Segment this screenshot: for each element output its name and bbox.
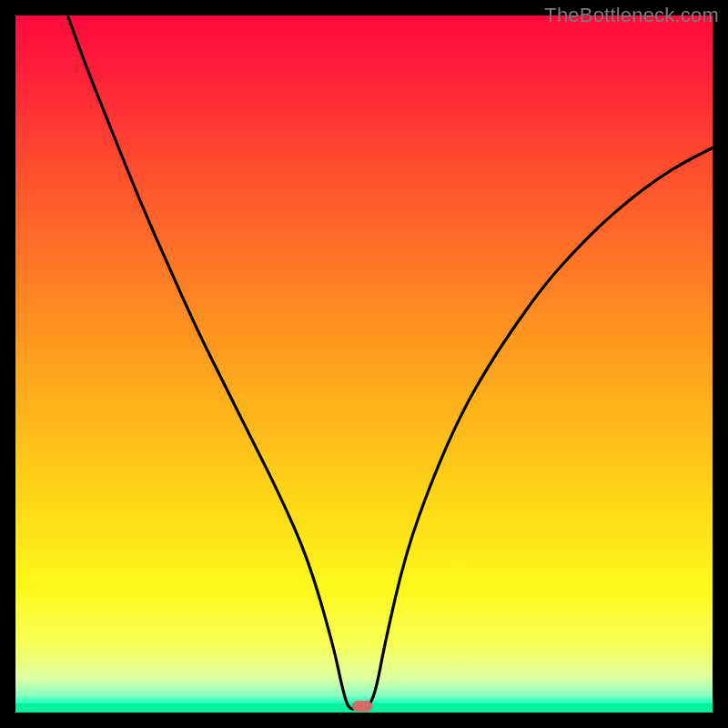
chart-frame: TheBottleneck.com bbox=[0, 0, 728, 728]
plot-area bbox=[15, 15, 713, 713]
bottleneck-curve bbox=[15, 15, 713, 713]
optimal-point-marker bbox=[352, 701, 372, 712]
watermark-text: TheBottleneck.com bbox=[544, 4, 719, 27]
